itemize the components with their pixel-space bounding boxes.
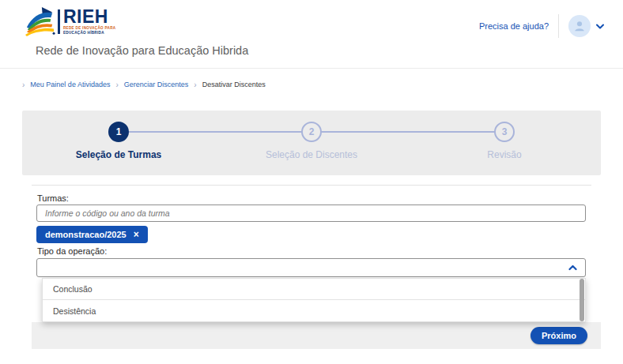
turmas-label: Turmas: bbox=[37, 193, 69, 203]
breadcrumb-chevron-icon: › bbox=[22, 81, 25, 88]
dropdown-scrollbar[interactable] bbox=[580, 279, 584, 321]
dropdown-option-desistencia[interactable]: Desistência bbox=[43, 300, 585, 321]
rieh-logo-icon bbox=[24, 6, 57, 36]
logo-text: RIEH REDE DE INOVAÇÃO PARA EDUCAÇÃO HÍBR… bbox=[63, 8, 115, 35]
step-1-label: Seleção de Turmas bbox=[22, 149, 215, 160]
breadcrumb-chevron-icon: › bbox=[115, 81, 118, 88]
breadcrumb-item-current: Desativar Discentes bbox=[202, 81, 266, 88]
step-revisao[interactable]: 3 Revisão bbox=[408, 111, 601, 175]
operation-dropdown: Conclusão Desistência bbox=[42, 278, 586, 322]
wizard-stepper: 1 Seleção de Turmas 2 Seleção de Discent… bbox=[22, 111, 601, 175]
brand-name: RIEH bbox=[63, 8, 115, 25]
logo-tagline-line1: REDE DE INOVAÇÃO PARA bbox=[63, 26, 115, 30]
close-icon[interactable]: × bbox=[134, 230, 139, 239]
operacao-label: Tipo da operação: bbox=[37, 246, 107, 256]
step-selecao-de-discentes[interactable]: 2 Seleção de Discentes bbox=[215, 111, 408, 175]
step-3-label: Revisão bbox=[408, 149, 601, 160]
page: RIEH REDE DE INOVAÇÃO PARA EDUCAÇÃO HÍBR… bbox=[0, 0, 623, 364]
breadcrumb-chevron-icon: › bbox=[194, 81, 196, 88]
logo-tagline-line2: EDUCAÇÃO HÍBRIDA bbox=[63, 31, 115, 35]
operation-select[interactable] bbox=[36, 258, 586, 277]
selected-turma-label: demonstracao/2025 bbox=[45, 230, 126, 239]
breadcrumb-item-meu-painel[interactable]: Meu Painel de Atividades bbox=[30, 81, 110, 88]
chevron-down-icon[interactable] bbox=[596, 24, 604, 29]
step-2-label: Seleção de Discentes bbox=[215, 149, 408, 160]
step-3-circle: 3 bbox=[494, 122, 515, 142]
chevron-up-icon bbox=[568, 265, 577, 271]
header: RIEH REDE DE INOVAÇÃO PARA EDUCAÇÃO HÍBR… bbox=[0, 0, 623, 69]
header-right: Precisa de ajuda? bbox=[479, 14, 604, 38]
help-link[interactable]: Precisa de ajuda? bbox=[479, 21, 549, 31]
step-2-circle: 2 bbox=[301, 122, 322, 142]
dropdown-option-conclusao[interactable]: Conclusão bbox=[43, 279, 585, 300]
breadcrumb-item-gerenciar-discentes[interactable]: Gerenciar Discentes bbox=[124, 81, 189, 88]
step-selecao-de-turmas[interactable]: 1 Seleção de Turmas bbox=[22, 111, 215, 175]
footer-bar: Próximo bbox=[32, 322, 601, 349]
header-divider bbox=[558, 14, 559, 38]
user-avatar[interactable] bbox=[568, 15, 591, 37]
breadcrumb: › Meu Painel de Atividades › Gerenciar D… bbox=[22, 81, 266, 88]
selected-turma-chip: demonstracao/2025 × bbox=[36, 226, 148, 243]
step-1-circle: 1 bbox=[108, 122, 129, 142]
turmas-search-input[interactable] bbox=[36, 205, 586, 222]
next-button[interactable]: Próximo bbox=[530, 327, 587, 344]
page-subtitle: Rede de Inovação para Educação Hibrida bbox=[36, 44, 248, 57]
content-divider bbox=[32, 185, 591, 186]
person-icon bbox=[572, 19, 587, 33]
logo-divider-bar bbox=[58, 9, 60, 34]
logo: RIEH REDE DE INOVAÇÃO PARA EDUCAÇÃO HÍBR… bbox=[24, 6, 115, 36]
